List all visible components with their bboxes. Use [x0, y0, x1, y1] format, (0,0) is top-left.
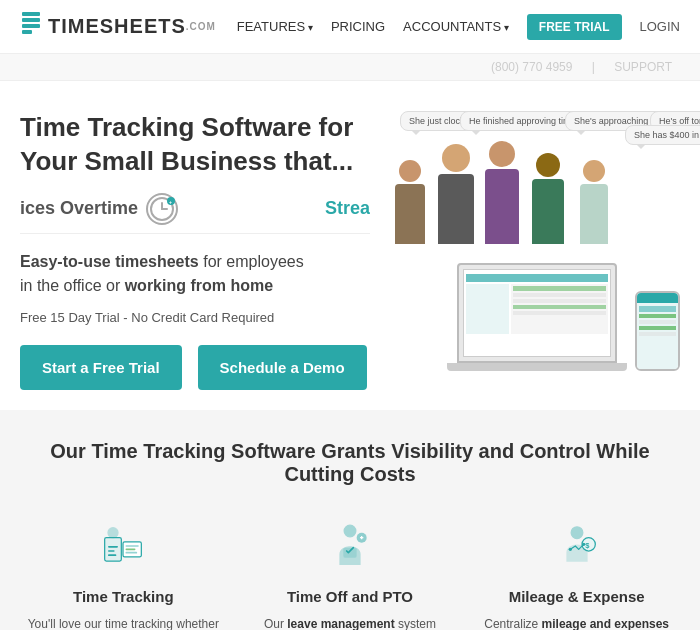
feature-desc-time-tracking: You'll love our time tracking whether it…	[23, 615, 223, 630]
header-top: TIMESHEETS.com FEATURES PRICING ACCOUNTA…	[0, 0, 700, 54]
svg-point-27	[582, 542, 585, 545]
feature-title-time-off: Time Off and PTO	[250, 588, 450, 605]
hero-title: Time Tracking Software for Your Small Bu…	[20, 111, 370, 179]
main-nav: FEATURES PRICING ACCOUNTANTS FREE TRIAL …	[237, 14, 680, 40]
feature-time-tracking: Time Tracking You'll love our time track…	[23, 516, 223, 630]
person-2	[436, 144, 476, 244]
feature-mileage: $ Mileage & Expense Centralize mileage a…	[477, 516, 677, 630]
svg-text:+: +	[169, 198, 172, 204]
time-off-icon	[320, 516, 380, 576]
time-tracking-icon	[93, 516, 153, 576]
feature-desc-time-off: Our leave management system handles empl…	[250, 615, 450, 630]
logo-icon	[20, 10, 42, 43]
trial-text: Free 15 Day Trial - No Credit Card Requi…	[20, 310, 370, 325]
person-4	[528, 153, 568, 244]
laptop	[457, 263, 617, 363]
hero-buttons: Start a Free Trial Schedule a Demo	[20, 345, 370, 390]
phone	[635, 291, 680, 371]
header-phone-bar: (800) 770 4959 | SUPPORT	[0, 54, 700, 81]
svg-point-26	[568, 547, 571, 550]
midway-title: Our Time Tracking Software Grants Visibi…	[20, 440, 680, 486]
mileage-icon: $	[547, 516, 607, 576]
feature-title-time-tracking: Time Tracking	[23, 588, 223, 605]
svg-point-18	[344, 525, 356, 537]
phone-screen	[637, 293, 678, 369]
rotating-text-left: ices Overtime	[20, 198, 138, 219]
svg-rect-15	[126, 545, 139, 547]
feature-time-off: Time Off and PTO Our leave management sy…	[250, 516, 450, 630]
start-free-trial-button[interactable]: Start a Free Trial	[20, 345, 182, 390]
nav-free-trial[interactable]: FREE TRIAL	[527, 14, 622, 40]
nav-pricing[interactable]: PRICING	[331, 19, 385, 34]
logo-text: TIMESHEETS	[48, 15, 186, 38]
svg-rect-2	[22, 24, 40, 28]
svg-rect-11	[108, 546, 118, 548]
devices	[457, 263, 680, 371]
hero-subtitle: Easy-to-use timesheets for employees in …	[20, 250, 370, 298]
svg-rect-12	[108, 550, 115, 552]
subtitle-bold-1: Easy-to-use timesheets	[20, 253, 199, 270]
midway-section: Our Time Tracking Software Grants Visibi…	[0, 410, 700, 630]
person-1	[390, 160, 430, 244]
hero-right: She just clocked in. He finished approvi…	[390, 111, 680, 390]
clock-icon: +	[146, 193, 178, 225]
schedule-demo-button[interactable]: Schedule a Demo	[198, 345, 367, 390]
svg-rect-17	[126, 551, 138, 553]
feature-desc-mileage: Centralize mileage and expenses with tim…	[477, 615, 677, 630]
nav-accountants[interactable]: ACCOUNTANTS	[403, 19, 509, 34]
laptop-container	[457, 263, 627, 371]
laptop-screen	[463, 269, 611, 357]
support-link[interactable]: SUPPORT	[614, 60, 672, 74]
speech-bubble-5: She has $400 in billable hours today.	[625, 125, 700, 145]
nav-login[interactable]: LOGIN	[640, 19, 680, 34]
person-5	[574, 160, 614, 244]
svg-rect-1	[22, 18, 40, 22]
nav-features[interactable]: FEATURES	[237, 19, 313, 34]
svg-point-10	[108, 527, 118, 537]
svg-rect-9	[105, 537, 122, 560]
logo[interactable]: TIMESHEETS.com	[20, 10, 216, 43]
svg-rect-16	[126, 548, 136, 550]
people-group	[390, 141, 614, 244]
divider: |	[592, 60, 598, 74]
rotating-text-right: Strea	[325, 198, 370, 219]
hero-left: Time Tracking Software for Your Small Bu…	[20, 111, 390, 390]
svg-rect-0	[22, 12, 40, 16]
svg-rect-13	[108, 554, 116, 556]
phone-number[interactable]: (800) 770 4959	[491, 60, 572, 74]
person-3	[482, 141, 522, 244]
svg-point-23	[571, 526, 583, 538]
features-grid: Time Tracking You'll love our time track…	[20, 516, 680, 630]
subtitle-bold-2: working from home	[125, 277, 273, 294]
laptop-base	[447, 363, 627, 371]
feature-title-mileage: Mileage & Expense	[477, 588, 677, 605]
hero-section: Time Tracking Software for Your Small Bu…	[0, 81, 700, 410]
svg-rect-3	[22, 30, 32, 34]
svg-rect-19	[343, 547, 356, 557]
rotating-banner: ices Overtime + Strea	[20, 193, 370, 234]
